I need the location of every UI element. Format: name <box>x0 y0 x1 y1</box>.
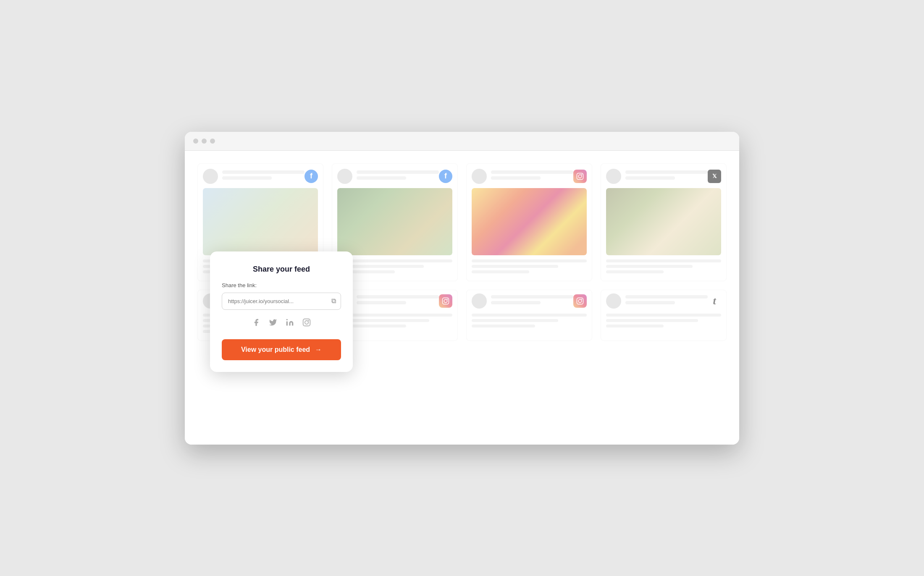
svg-rect-10 <box>303 319 310 326</box>
text-line-4 <box>337 259 452 262</box>
balloons-image <box>472 188 587 255</box>
meta-line-13 <box>491 295 573 298</box>
svg-rect-3 <box>443 298 449 304</box>
card-header-2: f <box>337 169 452 184</box>
card-meta-3 <box>491 170 573 182</box>
svg-point-11 <box>305 320 308 324</box>
meta-line-4 <box>357 176 406 180</box>
card-header-1: f <box>203 169 318 184</box>
meta-line-2 <box>222 176 272 180</box>
avatar-1 <box>203 169 218 184</box>
card-text-3 <box>472 259 587 273</box>
card-meta-8 <box>625 295 708 307</box>
card-image-1 <box>203 188 318 255</box>
text-line-8 <box>472 265 558 268</box>
s-line-13 <box>606 325 664 327</box>
meta-line-5 <box>491 170 573 174</box>
twitter-badge-1: 𝕏 <box>708 170 721 183</box>
view-feed-label: View your public feed <box>241 346 310 353</box>
card-header-8: t <box>606 293 721 309</box>
card-header-4: 𝕏 <box>606 169 721 184</box>
card-meta-4 <box>625 170 708 182</box>
view-public-feed-button[interactable]: View your public feed → <box>222 339 341 360</box>
s-line-11 <box>606 314 721 317</box>
text-line-7 <box>472 259 587 262</box>
meta-line-8 <box>625 176 675 180</box>
s-line-9 <box>472 319 558 322</box>
card-meta-1 <box>222 170 304 182</box>
browser-dot-3 <box>210 139 215 144</box>
svg-point-1 <box>578 175 582 178</box>
instagram-badge-1 <box>573 170 587 183</box>
text-line-10 <box>606 259 721 262</box>
svg-point-7 <box>578 299 582 303</box>
card-meta-7 <box>491 295 573 307</box>
baby-image <box>203 188 318 255</box>
meta-line-14 <box>491 301 541 304</box>
s-line-5 <box>337 314 452 317</box>
text-line-11 <box>606 265 693 268</box>
share-facebook-icon[interactable] <box>252 318 260 329</box>
svg-point-2 <box>581 174 582 175</box>
facebook-badge-2: f <box>439 170 452 183</box>
arrow-icon: → <box>315 346 322 353</box>
avatar-2 <box>337 169 352 184</box>
card-header-6 <box>337 293 452 309</box>
svg-rect-0 <box>577 173 583 179</box>
avatar-3 <box>472 169 487 184</box>
feed-card-8: t <box>601 290 727 341</box>
avatar-7 <box>472 293 487 309</box>
feed-card-4: 𝕏 <box>601 163 727 281</box>
share-instagram-icon[interactable] <box>302 318 311 329</box>
card-image-4 <box>606 188 721 255</box>
family-image <box>606 188 721 255</box>
svg-point-5 <box>447 298 448 299</box>
social-share-icons <box>222 318 341 329</box>
share-link-label: Share the link: <box>222 282 341 288</box>
facebook-badge-1: f <box>304 170 318 183</box>
s-line-10 <box>472 325 535 327</box>
svg-point-9 <box>286 319 288 320</box>
avatar-8 <box>606 293 621 309</box>
forest-image <box>337 188 452 255</box>
card-meta-2 <box>357 170 439 182</box>
spacer-2 <box>337 314 452 327</box>
meta-line-1 <box>222 170 304 174</box>
browser-dot-1 <box>193 139 198 144</box>
meta-line-7 <box>625 170 708 174</box>
share-linkedin-icon[interactable] <box>286 318 294 329</box>
s-line-12 <box>606 319 698 322</box>
meta-line-15 <box>625 295 708 298</box>
svg-point-4 <box>444 299 447 303</box>
svg-point-12 <box>308 320 309 321</box>
card-image-2 <box>337 188 452 255</box>
feed-card-7 <box>466 290 592 341</box>
meta-line-3 <box>357 170 439 174</box>
instagram-badge-2 <box>439 294 452 308</box>
text-line-12 <box>606 270 664 273</box>
s-line-8 <box>472 314 587 317</box>
share-link-input-wrapper: ⧉ <box>222 293 341 310</box>
share-modal: Share your feed Share the link: ⧉ <box>210 251 353 372</box>
meta-line-12 <box>357 301 406 304</box>
meta-line-11 <box>357 295 439 298</box>
svg-point-8 <box>581 298 582 299</box>
svg-rect-6 <box>577 298 583 304</box>
spacer-3 <box>472 314 587 327</box>
card-text-2 <box>337 259 452 273</box>
meta-line-16 <box>625 301 675 304</box>
card-header-3 <box>472 169 587 184</box>
instagram-badge-3 <box>573 294 587 308</box>
copy-icon[interactable]: ⧉ <box>331 297 336 305</box>
tumblr-badge-1: t <box>708 294 721 308</box>
feed-card-3 <box>466 163 592 281</box>
browser-window: f f <box>185 132 739 445</box>
share-link-input[interactable] <box>222 293 341 310</box>
share-twitter-icon[interactable] <box>269 318 277 329</box>
card-meta-6 <box>357 295 439 307</box>
card-image-3 <box>472 188 587 255</box>
card-header-7 <box>472 293 587 309</box>
text-line-9 <box>472 270 529 273</box>
card-text-4 <box>606 259 721 273</box>
avatar-4 <box>606 169 621 184</box>
